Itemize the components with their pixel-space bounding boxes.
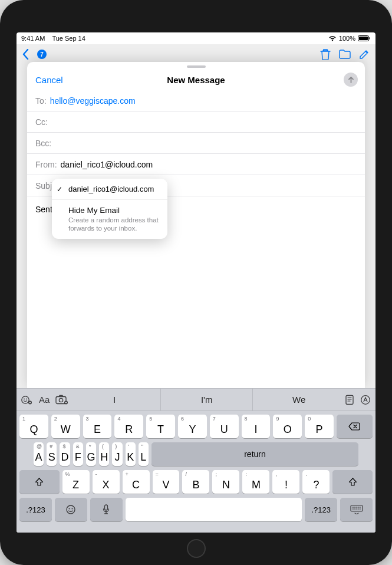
back-icon[interactable] xyxy=(22,49,29,60)
shift-key-right[interactable] xyxy=(332,470,373,494)
key-u[interactable]: 7U xyxy=(210,415,239,438)
trash-icon[interactable] xyxy=(320,48,331,60)
key-![interactable]: ,! xyxy=(272,470,299,494)
hide-my-email-sub: Create a random address that forwards to… xyxy=(68,216,160,233)
key-t[interactable]: 5T xyxy=(146,415,175,438)
key-m[interactable]: :M xyxy=(242,470,269,494)
cc-row[interactable]: Cc: xyxy=(27,111,365,133)
space-key[interactable] xyxy=(126,498,302,521)
to-row[interactable]: To: hello@veggiscape.com xyxy=(27,90,365,111)
svg-point-14 xyxy=(69,508,70,510)
symbols-key-right[interactable]: .?123 xyxy=(305,498,337,521)
key-r[interactable]: 4R xyxy=(114,415,143,438)
status-date: Tue Sep 14 xyxy=(52,35,85,42)
prediction-3[interactable]: We xyxy=(252,389,345,410)
dismiss-keyboard-key[interactable] xyxy=(340,498,373,521)
key-q[interactable]: 1Q xyxy=(19,415,48,438)
prediction-2[interactable]: I'm xyxy=(160,389,253,410)
svg-rect-17 xyxy=(351,505,363,511)
key-a[interactable]: @A xyxy=(34,442,44,466)
from-popover: ✓ daniel_rico1@icloud.com Hide My Email … xyxy=(52,179,167,239)
text-format-icon[interactable]: Aa xyxy=(39,395,50,405)
key-k[interactable]: 'K xyxy=(126,442,136,466)
key-s[interactable]: #S xyxy=(47,442,57,466)
symbols-key-left[interactable]: .?123 xyxy=(19,498,52,521)
folder-icon[interactable] xyxy=(339,50,351,59)
status-time: 9:41 AM xyxy=(21,35,45,42)
key-v[interactable]: =V xyxy=(153,470,180,494)
to-label: To: xyxy=(35,96,47,106)
key-j[interactable]: )J xyxy=(112,442,122,466)
key-o[interactable]: 9O xyxy=(273,415,302,438)
key-n[interactable]: ;N xyxy=(212,470,239,494)
key-h[interactable]: (H xyxy=(99,442,109,466)
cc-label: Cc: xyxy=(35,117,48,127)
key-g[interactable]: *G xyxy=(86,442,96,466)
svg-point-4 xyxy=(22,396,29,403)
hide-my-email-title: Hide My Email xyxy=(68,206,160,215)
body-text: Sent xyxy=(35,205,52,214)
home-button[interactable] xyxy=(187,539,206,558)
key-d[interactable]: $D xyxy=(60,442,70,466)
svg-point-13 xyxy=(67,505,75,514)
predictions: I I'm We xyxy=(68,389,345,410)
key-b[interactable]: /B xyxy=(182,470,209,494)
prediction-1[interactable]: I xyxy=(68,389,160,410)
bcc-row[interactable]: Bcc: xyxy=(27,133,365,154)
from-value[interactable]: daniel_rico1@icloud.com xyxy=(61,160,153,169)
key-z[interactable]: %Z xyxy=(62,470,90,494)
shift-key[interactable] xyxy=(19,470,60,494)
svg-point-5 xyxy=(24,398,25,399)
markup-icon[interactable] xyxy=(360,395,371,405)
check-icon: ✓ xyxy=(57,185,62,193)
hide-my-email-option[interactable]: Hide My Email Create a random address th… xyxy=(52,200,167,239)
key-x[interactable]: -X xyxy=(93,470,120,494)
emoji-text-icon[interactable] xyxy=(21,395,33,405)
key-w[interactable]: 2W xyxy=(51,415,80,438)
sheet-grabber[interactable] xyxy=(187,65,206,68)
status-bar: 9:41 AM Tue Sep 14 100% xyxy=(17,32,375,44)
battery-icon xyxy=(358,35,371,41)
scan-icon[interactable] xyxy=(345,395,354,405)
key-p[interactable]: 0P xyxy=(305,415,334,438)
key-e[interactable]: 3E xyxy=(83,415,112,438)
compose-sheet: Cancel New Message To: hello@veggiscape.… xyxy=(27,62,365,388)
key-?[interactable]: .? xyxy=(302,470,330,494)
key-f[interactable]: &F xyxy=(73,442,83,466)
key-y[interactable]: 6Y xyxy=(178,415,207,438)
subject-label: Subj xyxy=(35,181,52,190)
dictation-key[interactable] xyxy=(90,498,123,521)
emoji-key[interactable] xyxy=(55,498,87,521)
key-l[interactable]: "L xyxy=(139,442,149,466)
return-key[interactable]: return xyxy=(151,442,358,466)
compose-title: New Message xyxy=(167,75,225,85)
svg-rect-11 xyxy=(346,395,353,404)
backspace-key[interactable] xyxy=(337,415,373,438)
send-button[interactable] xyxy=(344,73,358,87)
svg-rect-16 xyxy=(105,505,108,510)
battery-text: 100% xyxy=(339,35,355,42)
from-label: From: xyxy=(35,160,57,169)
bcc-label: Bcc: xyxy=(35,139,51,148)
cancel-button[interactable]: Cancel xyxy=(35,75,63,85)
key-c[interactable]: +C xyxy=(123,470,150,494)
svg-point-9 xyxy=(60,398,63,402)
svg-rect-2 xyxy=(370,37,371,40)
from-option-selected[interactable]: ✓ daniel_rico1@icloud.com xyxy=(52,179,167,200)
from-row[interactable]: From: daniel_rico1@icloud.com xyxy=(27,154,365,175)
keyboard: Aa I I'm We xyxy=(17,388,375,533)
wifi-icon xyxy=(328,35,337,41)
svg-point-15 xyxy=(72,508,73,510)
compose-icon[interactable] xyxy=(359,49,370,60)
svg-rect-1 xyxy=(359,37,368,40)
unread-badge: 7 xyxy=(37,50,47,59)
key-i[interactable]: 8I xyxy=(242,415,271,438)
camera-icon[interactable] xyxy=(55,395,68,405)
svg-point-6 xyxy=(26,398,27,399)
to-value[interactable]: hello@veggiscape.com xyxy=(50,96,136,106)
from-option-label: daniel_rico1@icloud.com xyxy=(68,185,154,193)
